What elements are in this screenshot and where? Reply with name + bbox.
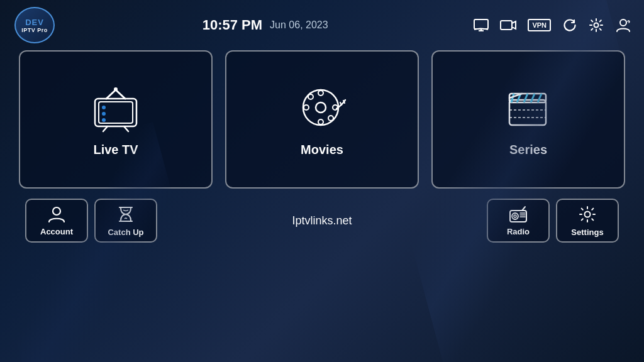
vpn-label: VPN bbox=[528, 19, 551, 31]
live-tv-card[interactable]: Live TV bbox=[19, 50, 213, 189]
svg-point-19 bbox=[318, 119, 323, 124]
profile-icon[interactable] bbox=[615, 18, 631, 33]
settings-bottom-icon bbox=[578, 205, 597, 224]
radio-icon bbox=[508, 206, 528, 223]
svg-point-13 bbox=[102, 118, 106, 122]
settings-icon[interactable] bbox=[589, 18, 604, 33]
radio-button[interactable]: Radio bbox=[487, 199, 550, 243]
logo-top-text: DEV bbox=[25, 18, 44, 27]
settings-bottom-label: Settings bbox=[571, 228, 603, 237]
logo[interactable]: DEV IPTV Pro bbox=[13, 6, 57, 44]
refresh-icon[interactable] bbox=[562, 18, 577, 33]
svg-line-31 bbox=[531, 94, 535, 102]
account-icon bbox=[47, 206, 66, 223]
catch-up-icon bbox=[116, 205, 135, 224]
svg-point-39 bbox=[512, 213, 518, 219]
svg-point-4 bbox=[594, 23, 599, 28]
svg-point-5 bbox=[620, 19, 626, 26]
svg-point-11 bbox=[102, 106, 106, 109]
bottom-row: Account Catch Up bbox=[19, 199, 625, 243]
svg-point-17 bbox=[316, 102, 326, 112]
radio-label: Radio bbox=[507, 227, 530, 236]
catch-up-button[interactable]: Catch Up bbox=[94, 199, 157, 243]
header-center: 10:57 PM Jun 06, 2023 bbox=[57, 17, 474, 33]
header-icons: VPN bbox=[474, 18, 631, 33]
catch-up-label: Catch Up bbox=[108, 228, 143, 237]
live-tv-icon bbox=[87, 82, 144, 133]
header: DEV IPTV Pro 10:57 PM Jun 06, 2023 VPN bbox=[0, 0, 644, 50]
vpn-icon[interactable]: VPN bbox=[528, 19, 551, 31]
svg-rect-3 bbox=[501, 21, 512, 30]
svg-point-8 bbox=[114, 87, 118, 91]
logo-bottom-text: IPTV Pro bbox=[21, 27, 48, 33]
svg-point-40 bbox=[514, 215, 516, 217]
svg-point-12 bbox=[102, 112, 106, 116]
svg-line-6 bbox=[106, 90, 116, 99]
watermark-text: Iptvlinks.net bbox=[292, 214, 352, 227]
account-label: Account bbox=[40, 227, 73, 236]
cast-icon[interactable] bbox=[474, 19, 489, 31]
series-label: Series bbox=[509, 143, 547, 157]
svg-point-45 bbox=[585, 211, 591, 217]
svg-line-32 bbox=[538, 94, 541, 102]
clock-time: 10:57 PM bbox=[203, 17, 262, 33]
account-button[interactable]: Account bbox=[25, 199, 88, 243]
clock-date: Jun 06, 2023 bbox=[270, 19, 328, 31]
svg-rect-26 bbox=[509, 100, 546, 125]
watermark: Iptvlinks.net bbox=[157, 214, 487, 228]
category-cards: Live TV bbox=[19, 50, 625, 189]
svg-point-18 bbox=[318, 90, 323, 96]
svg-line-30 bbox=[524, 94, 528, 102]
svg-rect-9 bbox=[95, 99, 136, 126]
movies-icon bbox=[294, 82, 350, 133]
svg-point-20 bbox=[304, 105, 309, 110]
settings-bottom-button[interactable]: Settings bbox=[556, 199, 619, 243]
movies-card[interactable]: Movies bbox=[225, 50, 419, 189]
main-content: Live TV bbox=[0, 50, 644, 243]
svg-line-7 bbox=[116, 90, 125, 99]
svg-rect-0 bbox=[474, 19, 488, 29]
movies-label: Movies bbox=[301, 143, 343, 157]
series-icon bbox=[500, 82, 557, 133]
live-tv-label: Live TV bbox=[93, 143, 138, 157]
svg-point-23 bbox=[328, 116, 333, 121]
series-card[interactable]: Series bbox=[431, 50, 625, 189]
bottom-left-buttons: Account Catch Up bbox=[25, 199, 157, 243]
svg-point-35 bbox=[53, 207, 60, 215]
svg-point-22 bbox=[308, 94, 313, 99]
bottom-right-buttons: Radio Settings bbox=[487, 199, 619, 243]
camera-icon[interactable] bbox=[500, 19, 516, 31]
